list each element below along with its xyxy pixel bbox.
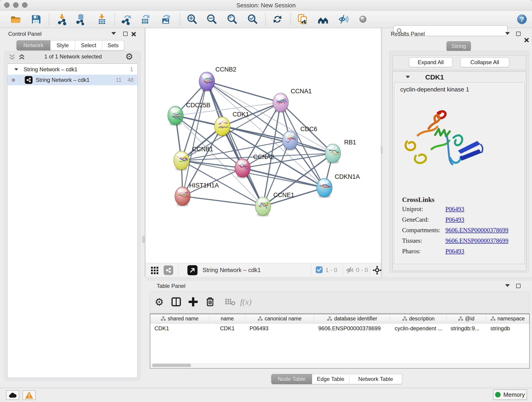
crosslink-link[interactable]: P06493 (445, 216, 464, 223)
save-floppy-icon (30, 13, 42, 25)
show-enhanced-labels-button[interactable] (337, 13, 350, 26)
tree-node-count: 11 (116, 77, 121, 83)
collapse-all-chevron-icon[interactable] (8, 54, 16, 61)
save-session-button[interactable] (30, 13, 42, 26)
zoom-in-button[interactable] (186, 13, 198, 26)
crosslink-link[interactable]: P06493 (445, 206, 464, 212)
hidden-eye-slash-icon[interactable] (346, 267, 354, 274)
column-header-database-identifier[interactable]: database identifier (314, 314, 390, 323)
crosslink-link[interactable]: 9606.ENSP00000378699 (445, 227, 508, 234)
tab-select[interactable]: Select (75, 40, 102, 51)
network-node-CCNA1[interactable] (273, 93, 288, 113)
results-panel-tabs: String (447, 41, 471, 51)
crosslink-link[interactable]: 9606.ENSP00000378699 (445, 237, 508, 244)
add-column-icon[interactable] (187, 295, 200, 309)
show-columns-icon[interactable] (170, 295, 183, 309)
scrollbar-thumb[interactable] (152, 364, 191, 367)
column-header-name[interactable]: name (209, 314, 245, 323)
network-node-CCNB2[interactable] (199, 72, 215, 91)
tab-style[interactable]: Style (51, 40, 75, 51)
function-builder-icon[interactable]: f(x) (239, 295, 252, 309)
refresh-button[interactable] (271, 13, 284, 26)
table-cell[interactable]: 9606.ENSP00000378699 (314, 323, 390, 333)
crosslink-link[interactable]: P06493 (445, 248, 464, 255)
table-cell[interactable]: P06493 (245, 323, 314, 333)
import-table-button[interactable] (95, 13, 108, 26)
import-network-database-button[interactable] (74, 13, 87, 26)
tree-root-row[interactable]: String Network – cdk1 1 (7, 64, 137, 75)
zoom-out-button[interactable] (205, 13, 218, 26)
network-edge-CCNB2-HIST1H1A[interactable] (183, 81, 207, 196)
network-edge-HIST1H1A-CCNE1[interactable] (183, 196, 263, 206)
table-cell[interactable]: CDK1 (150, 323, 209, 333)
gear-icon[interactable]: ⚙ (153, 295, 166, 309)
table-cell[interactable]: stringdb:9... (447, 323, 486, 333)
zoom-selected-button[interactable] (246, 13, 259, 26)
tab-sets[interactable]: Sets (102, 40, 124, 51)
control-panel-maximize-icon[interactable] (123, 32, 128, 36)
network-edge-CCNB2-CCNA1[interactable] (207, 81, 281, 102)
string-network-badge[interactable] (164, 265, 173, 275)
detach-view-button[interactable] (187, 265, 197, 275)
expand-all-button[interactable]: Expand All (409, 57, 452, 67)
tab-network-table[interactable]: Network Table (349, 374, 402, 384)
results-panel-close-icon[interactable] (524, 38, 529, 43)
network-canvas[interactable]: CCNB2CCNA1CDC25BCDK1CDC6RB1CCNB1CCNA2CDK… (146, 28, 381, 263)
string-import-button[interactable] (296, 13, 309, 26)
gear-icon[interactable]: ⚙ (125, 51, 133, 62)
network-node-RB1[interactable] (325, 144, 343, 163)
warnings-button[interactable] (22, 390, 36, 400)
column-header-canonical-name[interactable]: canonical name (245, 314, 314, 323)
export-network-button[interactable] (120, 13, 133, 26)
import-network-file-button[interactable] (56, 13, 68, 26)
table-panel-float-icon[interactable] (505, 284, 510, 287)
delete-column-trash-icon[interactable] (204, 295, 216, 309)
network-node-HIST1H1A[interactable] (175, 187, 193, 206)
network-node-CCNA2[interactable] (235, 159, 250, 178)
tab-string[interactable]: String (447, 41, 471, 51)
open-session-button[interactable] (9, 13, 22, 26)
network-edge-CCNB2-RB1[interactable] (207, 81, 333, 153)
tab-node-table[interactable]: Node Table (271, 374, 312, 384)
delete-table-icon[interactable] (224, 295, 237, 309)
network-edge-CCNB1-CCNA2[interactable] (181, 160, 243, 168)
expand-all-chevron-icon[interactable] (18, 54, 26, 61)
control-panel-close-icon[interactable] (131, 32, 136, 37)
export-image-button[interactable] (159, 13, 172, 26)
column-header-namespace[interactable]: namespace (486, 314, 529, 323)
table-panel-maximize-icon[interactable] (516, 284, 520, 288)
collapse-all-button[interactable]: Collapse All (460, 57, 509, 67)
tab-edge-table[interactable]: Edge Table (312, 374, 349, 384)
selected-checkbox[interactable] (316, 266, 323, 273)
cloud-button[interactable] (6, 390, 19, 400)
results-panel-maximize-icon[interactable] (516, 32, 520, 36)
horizontal-scrollbar[interactable] (151, 363, 529, 368)
node-label-CCNA2: CCNA2 (253, 153, 274, 160)
results-panel-float-icon[interactable] (505, 32, 510, 35)
string-home-button[interactable] (317, 13, 329, 26)
column-header-description[interactable]: description (390, 314, 446, 323)
network-node-CCNE1[interactable] (255, 197, 273, 216)
table-cell[interactable]: cyclin-dependent ... (390, 323, 446, 333)
tree-network-row[interactable]: String Network – cdk1 11 48 (7, 75, 137, 85)
column-label: canonical name (265, 316, 302, 322)
column-header-shared-name[interactable]: shared name (150, 314, 209, 323)
tab-network[interactable]: Network (17, 40, 51, 51)
entry-collapse-icon[interactable] (406, 76, 410, 78)
control-panel-float-icon[interactable] (111, 32, 116, 35)
export-table-button[interactable] (139, 13, 152, 26)
column-header-id[interactable]: @id (447, 314, 486, 323)
hide-glass-button[interactable] (356, 13, 369, 26)
zoom-fit-button[interactable] (226, 13, 239, 26)
tree-expand-caret-icon[interactable] (14, 68, 18, 70)
birds-eye-grid-icon[interactable] (151, 267, 158, 274)
fit-content-crosshair-icon[interactable] (373, 266, 382, 275)
table-cell[interactable]: stringdb (486, 323, 529, 333)
gene-details-box: cyclin-dependent kinase 1 (394, 83, 525, 264)
memory-button[interactable]: Memory (493, 389, 527, 400)
left-splitter-handle[interactable] (143, 236, 145, 243)
table-cell[interactable]: CDK1 (209, 323, 245, 333)
help-button[interactable]: ? (515, 13, 528, 26)
network-node-CDKN1A[interactable] (317, 178, 333, 198)
tree-edge-count: 48 (127, 77, 133, 83)
